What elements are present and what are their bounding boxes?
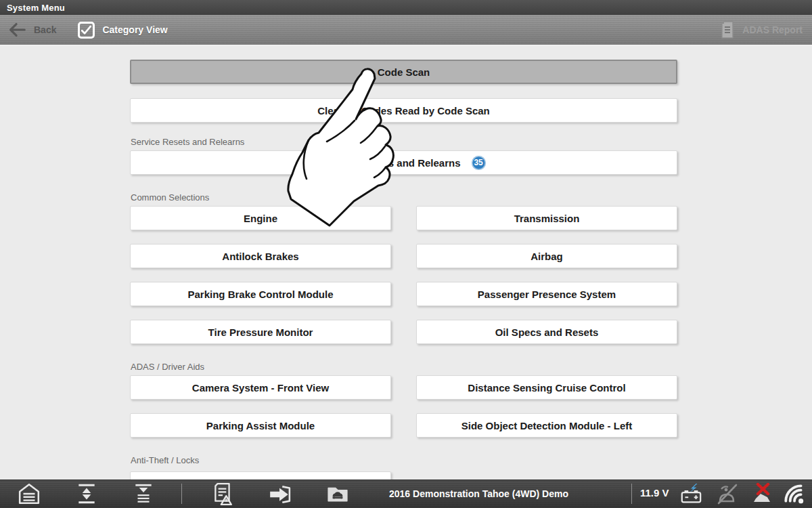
communication-disabled-icon: [713, 482, 740, 505]
section-label-service-resets: Service Resets and Relearns: [131, 137, 244, 147]
battery-voltage-value: 11.9 V: [640, 487, 669, 499]
menu-button-tire-pressure-monitor[interactable]: Tire Pressure Monitor: [130, 320, 391, 344]
active-vehicle-label: 2016 Demonstration Tahoe (4WD) Demo: [389, 488, 568, 499]
menu-button-transmission[interactable]: Transmission: [416, 206, 677, 230]
category-view-checkbox[interactable]: [78, 22, 95, 39]
button-label: Parking Brake Control Module: [187, 289, 333, 300]
adas-report-button[interactable]: ADAS Report: [719, 20, 803, 39]
checkmark-icon: [80, 24, 93, 37]
button-label: Camera System - Front View: [192, 382, 329, 394]
category-view-toggle[interactable]: Category View: [78, 22, 167, 39]
button-label: Distance Sensing Cruise Control: [468, 382, 625, 394]
scroll-center-icon[interactable]: [75, 482, 98, 505]
system-menu-list: Code Scan Clear All Codes Read by Code S…: [0, 46, 812, 480]
button-label: Tire Pressure Monitor: [208, 326, 313, 338]
button-label: Transmission: [514, 213, 580, 224]
button-label: Oil Specs and Resets: [495, 326, 599, 338]
menu-button-airbag[interactable]: Airbag: [416, 244, 677, 268]
statusbar-divider: [181, 484, 182, 504]
exit-icon[interactable]: [268, 482, 291, 505]
back-label: Back: [34, 24, 56, 35]
button-label: Airbag: [531, 251, 563, 262]
clear-codes-button[interactable]: Clear All Codes Read by Code Scan: [130, 98, 677, 123]
menu-button-keyless-entry[interactable]: Keyless Entry: [130, 471, 391, 480]
button-label: Parking Assist Module: [206, 420, 315, 431]
scroll-top-icon[interactable]: [132, 482, 155, 505]
section-label-anti-theft-locks: Anti-Theft / Locks: [131, 455, 199, 465]
adas-report-icon: [719, 20, 736, 39]
back-arrow-icon: [7, 20, 27, 40]
wifi-icon: [782, 482, 805, 505]
menu-button-camera-system-front-view[interactable]: Camera System - Front View: [130, 375, 391, 400]
code-scan-button[interactable]: Code Scan: [130, 60, 677, 84]
section-label-adas-driver-aids: ADAS / Driver Aids: [131, 362, 204, 372]
button-label: Passenger Presence System: [478, 289, 616, 300]
button-label: Engine: [244, 213, 277, 224]
menu-button-passenger-presence-system[interactable]: Passenger Presence System: [416, 282, 677, 306]
menu-button-parking-brake-control-module[interactable]: Parking Brake Control Module: [130, 282, 391, 306]
clear-codes-label: Clear All Codes Read by Code Scan: [317, 105, 490, 117]
button-label: Antilock Brakes: [222, 251, 298, 262]
page-title: System Menu: [7, 3, 65, 13]
section-label-common-selections: Common Selections: [131, 192, 209, 203]
service-resets-count-badge: 35: [472, 156, 486, 170]
garage-home-icon[interactable]: [18, 482, 41, 505]
system-menu-screen: System Menu Back Category View ADAS Repo: [0, 0, 812, 508]
vehicle-folder-icon[interactable]: [326, 482, 349, 505]
no-connection-icon: [750, 482, 777, 505]
button-label: Side Object Detection Module - Left: [461, 420, 633, 431]
back-button[interactable]: Back: [7, 20, 56, 40]
category-view-label: Category View: [102, 24, 167, 35]
menu-button-oil-specs-and-resets[interactable]: Oil Specs and Resets: [416, 320, 677, 344]
menu-button-engine[interactable]: Engine: [130, 206, 391, 230]
window-title-bar: System Menu: [0, 0, 812, 15]
battery-icon: [679, 482, 702, 505]
menu-button-side-object-detection-module-left[interactable]: Side Object Detection Module - Left: [416, 413, 677, 438]
service-resets-label: Service Resets and Relearns: [321, 157, 460, 169]
top-toolbar: Back Category View ADAS Report: [0, 15, 812, 46]
service-resets-button[interactable]: Service Resets and Relearns 35: [130, 150, 677, 175]
menu-button-distance-sensing-cruise-control[interactable]: Distance Sensing Cruise Control: [416, 375, 677, 400]
codes-report-icon[interactable]: [211, 482, 234, 505]
statusbar-divider: [631, 484, 632, 504]
menu-button-antilock-brakes[interactable]: Antilock Brakes: [130, 244, 391, 268]
menu-button-parking-assist-module[interactable]: Parking Assist Module: [130, 413, 391, 438]
code-scan-label: Code Scan: [378, 66, 430, 78]
adas-report-label: ADAS Report: [742, 24, 803, 35]
